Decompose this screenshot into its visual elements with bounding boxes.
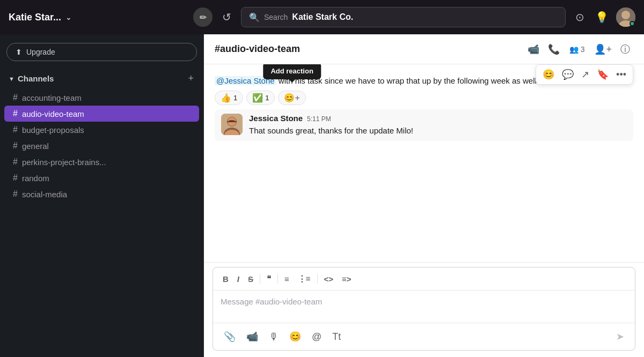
jessica-avatar [221,114,243,135]
upgrade-label: Upgrade [26,48,55,56]
share-action-button[interactable]: ↗ [578,66,592,83]
add-member-button[interactable]: 👤+ [591,40,615,58]
text-format-icon: Tt [332,331,341,342]
history-button[interactable]: ↺ [219,8,235,27]
workspace-name: Katie Star... [9,12,61,23]
video-clip-icon: 📹 [246,331,258,342]
phone-icon: 📞 [548,44,560,55]
video-call-button[interactable]: 📹 [524,40,543,58]
header-actions: 📹 📞 👥 3 👤+ ⓘ [524,40,633,59]
send-message-button[interactable]: ➤ [612,328,628,346]
add-reaction-action-button[interactable]: 😊 [539,66,558,83]
top-nav: Katie Star... ⌄ ✏ ↺ 🔍 Search Katie Stark… [0,0,644,34]
checkmark-emoji: ✅ [252,93,263,103]
at-icon: @ [312,331,321,342]
reaction-checkmark[interactable]: ✅ 1 [246,91,275,105]
members-button[interactable]: 👥 3 [565,42,589,57]
channel-name: budget-proposals [22,125,84,135]
emoji-icon: 😊 [289,331,301,342]
add-channel-button[interactable]: + [185,72,197,85]
help-icon: ⊙ [575,11,584,23]
info-icon: ⓘ [620,44,630,55]
chat-channel-title: #audio-video-team [215,43,300,55]
svg-point-1 [621,11,630,19]
record-audio-button[interactable]: 🎙 [265,328,283,346]
add-reaction-wrap: Add reaction 😊+ [278,91,305,105]
ordered-list-button[interactable]: ≡ [281,272,292,286]
channel-list: # accounting-team # audio-video-team # b… [0,90,203,202]
jessica-message-body: Jessica Stone 5:11 PM That sounds great,… [249,114,627,137]
sidebar-item-audio-video-team[interactable]: # audio-video-team [4,106,199,122]
main-layout: ⬆ Upgrade ▼ Channels + # accounting-team… [0,34,644,357]
sidebar-item-accounting-team[interactable]: # accounting-team [4,90,199,106]
hash-icon: # [13,109,18,118]
bold-button[interactable]: B [219,272,232,286]
code-block-button[interactable]: ≡> [339,272,355,286]
whats-new-button[interactable]: 💡 [592,8,612,27]
share-icon: ↗ [581,69,589,80]
reaction-thumbs-up[interactable]: 👍 1 [215,91,243,105]
more-actions-button[interactable]: ••• [613,67,630,83]
reply-action-button[interactable]: 💬 [559,66,577,83]
compose-button[interactable]: ✏ [193,8,213,27]
toolbar-separator-1 [260,274,260,284]
user-avatar-wrap[interactable] [616,8,635,27]
search-context: Katie Stark Co. [292,12,353,22]
composer-wrap: B I S ❝ ≡ ⋮≡ <> ≡> Message #audio-video-… [204,262,644,357]
bookmark-action-button[interactable]: 🔖 [594,66,612,83]
jessica-message-time: 5:11 PM [307,115,331,123]
message-continuation: with his task since we have to wrap that… [279,76,539,85]
sidebar-item-perkins-project[interactable]: # perkins-project-brains... [4,154,199,170]
attach-file-button[interactable]: 📎 [219,328,240,346]
members-icon: 👥 [569,45,579,54]
compose-icon: ✏ [200,12,207,23]
emoji-button[interactable]: 😊 [285,328,305,346]
upgrade-icon: ⬆ [16,48,22,56]
thumbs-up-emoji: 👍 [221,93,231,103]
workspace-chevron-icon[interactable]: ⌄ [65,13,72,21]
message-input[interactable]: Message #audio-video-team [213,291,635,323]
hash-icon: # [13,93,18,102]
message-block-2: Jessica Stone 5:11 PM That sounds great,… [215,109,633,142]
help-button[interactable]: ⊙ [572,8,588,27]
channel-name: audio-video-team [22,109,84,118]
upgrade-button[interactable]: ⬆ Upgrade [6,43,197,61]
text-format-button[interactable]: Tt [328,328,345,346]
send-icon: ➤ [616,331,624,342]
channel-name: perkins-project-brains... [22,158,106,167]
channels-chevron-icon: ▼ [9,76,14,82]
channel-name: general [22,142,49,151]
toolbar-separator-3 [317,274,318,284]
phone-button[interactable]: 📞 [545,40,563,58]
members-count: 3 [581,45,585,54]
mention-button[interactable]: @ [308,328,326,346]
blockquote-button[interactable]: ❝ [264,272,274,286]
search-label: Search [264,13,288,21]
search-bar[interactable]: 🔍 Search Katie Stark Co. [241,7,566,27]
checkmark-count: 1 [265,94,269,102]
add-reaction-icon: 😊+ [284,93,299,102]
sidebar-item-random[interactable]: # random [4,170,199,186]
channels-label: Channels [18,74,54,83]
channels-section-header[interactable]: ▼ Channels + [0,70,203,87]
message-action-bar: 😊 💬 ↗ 🔖 ••• [536,64,633,85]
bulb-icon: 💡 [595,11,609,23]
channel-name: random [22,174,49,183]
italic-button[interactable]: I [234,272,243,286]
jessica-message-header: Jessica Stone 5:11 PM [249,114,627,123]
add-reaction-button[interactable]: 😊+ [278,91,305,105]
unordered-list-button[interactable]: ⋮≡ [295,272,314,286]
code-button[interactable]: <> [321,272,337,286]
hash-icon: # [13,125,18,135]
mention-jessica[interactable]: @Jessica Stone [215,76,276,85]
video-icon: 📹 [528,44,539,55]
video-clip-button[interactable]: 📹 [242,328,262,346]
bookmark-icon: 🔖 [597,69,609,80]
sidebar-item-social-media[interactable]: # social-media [4,186,199,202]
strikethrough-button[interactable]: S [245,272,257,286]
emoji-add-icon: 😊 [543,69,554,80]
jessica-message-text: That sounds great, thanks for the update… [249,125,627,137]
info-button[interactable]: ⓘ [617,40,633,59]
sidebar-item-budget-proposals[interactable]: # budget-proposals [4,122,199,138]
sidebar-item-general[interactable]: # general [4,138,199,154]
